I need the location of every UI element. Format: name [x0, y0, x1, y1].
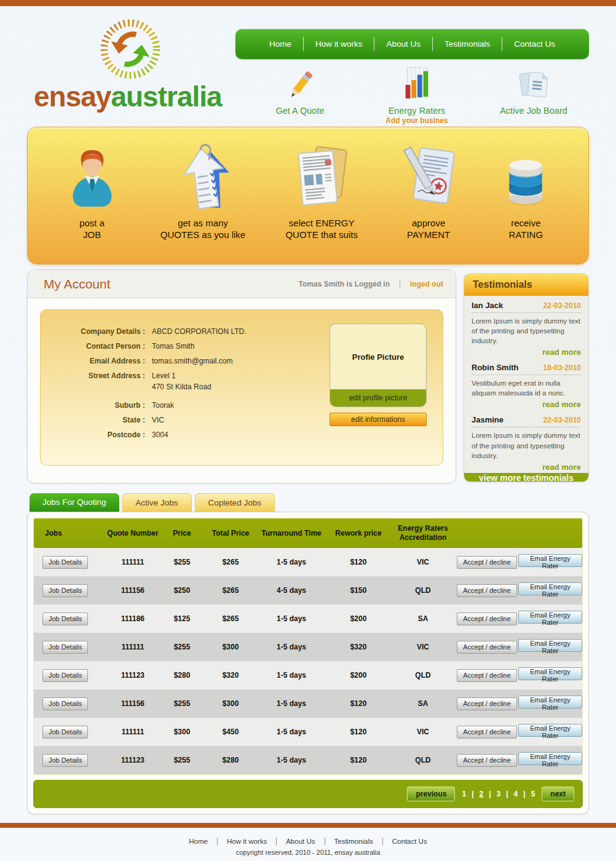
quote-number-cell: 111156 [106, 699, 159, 708]
email-energy-rater-button[interactable]: Email Energy Rater [518, 667, 582, 680]
accreditation-cell: SA [390, 699, 456, 708]
quick-link-label: Active Job Board [500, 106, 567, 116]
read-more-link[interactable]: read more [472, 462, 581, 472]
newspaper-icon [291, 141, 352, 216]
accept-decline-cell: Accept / decline [456, 584, 518, 597]
read-more-link[interactable]: read more [472, 347, 581, 357]
column-header-rework-price: Rework price [326, 529, 390, 538]
pagination-next-button[interactable]: next [542, 787, 574, 801]
account-field-row: Postcode : 3004 [41, 429, 443, 440]
email-energy-rater-button[interactable]: Email Energy Rater [518, 611, 582, 624]
quick-link-get-a-quote[interactable]: Get A Quote [245, 63, 355, 125]
tab-active-jobs[interactable]: Active Jobs [122, 493, 192, 512]
tab-jobs-for-quoting[interactable]: Jobs For Quoting [30, 493, 119, 512]
email-rater-cell: Email Energy Rater [518, 611, 582, 627]
nav-item[interactable]: About Us [374, 37, 432, 51]
accreditation-cell: VIC [390, 643, 456, 651]
testimonial-text: Vestibulum eget erat in nulla aliquam ma… [472, 378, 581, 398]
email-energy-rater-button[interactable]: Email Energy Rater [518, 582, 582, 595]
accreditation-cell: QLD [390, 586, 456, 595]
nav-item[interactable]: How it works [303, 37, 374, 51]
quote-number-cell: 111123 [106, 756, 159, 764]
page-separator: | [489, 790, 491, 798]
accept-decline-button[interactable]: Accept / decline [457, 641, 517, 654]
footer-links: Home How it works About Us Testimonials … [0, 838, 616, 845]
table-row: Job Details 111123 $280 $320 1-5 days $2… [34, 661, 582, 689]
footer-link[interactable]: Home [180, 838, 217, 845]
view-more-testimonials-button[interactable]: view more testimonials [464, 473, 588, 482]
accept-decline-button[interactable]: Accept / decline [457, 697, 517, 710]
field-label: Email Address : [41, 355, 145, 367]
tab-completed-jobs[interactable]: Copleted Jobs [195, 493, 275, 512]
person-icon [64, 141, 120, 216]
table-header-row: Jobs Quote Number Price Total Price Turn… [34, 518, 582, 548]
quick-link-active-job-board[interactable]: Active Job Board [478, 63, 589, 125]
logo-sun-arrows-icon [98, 17, 162, 81]
job-details-button[interactable]: Job Details [42, 556, 88, 569]
job-details-button[interactable]: Job Details [42, 754, 88, 767]
email-energy-rater-button[interactable]: Email Energy Rater [518, 696, 582, 708]
field-label: State : [41, 415, 145, 426]
read-more-link[interactable]: read more [472, 400, 581, 409]
table-row: Job Details 111123 $255 $280 1-5 days $1… [34, 746, 582, 774]
job-details-button[interactable]: Job Details [42, 726, 88, 739]
email-rater-cell: Email Energy Rater [518, 696, 582, 712]
accept-decline-button[interactable]: Accept / decline [457, 584, 517, 597]
quick-link-energy-raters[interactable]: Energy Raters Add your busines [361, 63, 472, 125]
page-separator: | [523, 790, 525, 798]
footer-link[interactable]: Testimonials [325, 838, 382, 845]
page-number[interactable]: 3 [497, 790, 501, 798]
pen-document-icon [398, 141, 459, 216]
accept-decline-button[interactable]: Accept / decline [457, 754, 517, 767]
accept-decline-button[interactable]: Accept / decline [457, 669, 517, 682]
my-account-panel: My Account Tomas Smith is Logged in loge… [27, 269, 456, 483]
step-caption: approvePAYMENT [407, 217, 450, 241]
price-cell: $255 [159, 643, 205, 651]
header: ensayaustralia Home How it works About U… [0, 6, 616, 124]
page-number[interactable]: 1 [462, 790, 466, 798]
email-rater-cell: Email Energy Rater [518, 667, 582, 683]
field-value: ABCD CORPORATION LTD. [152, 326, 247, 337]
nav-item[interactable]: Testimonials [432, 37, 502, 51]
job-details-button[interactable]: Job Details [42, 613, 88, 625]
rework-price-cell: $120 [326, 699, 390, 708]
pagination-page-item: | 2 [466, 790, 483, 798]
page-number[interactable]: 5 [531, 790, 535, 798]
job-details-button[interactable]: Job Details [42, 669, 88, 682]
column-header-quote-number: Quote Number [106, 529, 159, 538]
field-label: Company Details : [41, 326, 145, 337]
nav-item[interactable]: Home [258, 37, 303, 51]
logout-link[interactable]: loged out [400, 280, 443, 288]
email-energy-rater-button[interactable]: Email Energy Rater [518, 724, 582, 737]
edit-profile-picture-button[interactable]: edit profile picture [330, 389, 426, 407]
accept-decline-button[interactable]: Accept / decline [457, 556, 517, 569]
accept-decline-button[interactable]: Accept / decline [457, 613, 517, 625]
testimonial-name: Ian Jack [472, 301, 503, 310]
step-get-quotes: get as manyQUOTES as you like [160, 141, 245, 241]
email-energy-rater-button[interactable]: Email Energy Rater [518, 752, 582, 765]
email-energy-rater-button[interactable]: Email Energy Rater [518, 639, 582, 652]
job-details-button[interactable]: Job Details [42, 584, 88, 597]
testimonial-date: 22-03-2010 [543, 301, 581, 310]
accept-decline-button[interactable]: Accept / decline [457, 726, 517, 739]
edit-informations-button[interactable]: edit informations [330, 413, 427, 426]
turnaround-cell: 1-5 days [256, 699, 326, 708]
pagination-previous-button[interactable]: previous [407, 787, 455, 801]
logo[interactable]: ensayaustralia [34, 17, 237, 111]
footer-link[interactable]: How it works [217, 838, 276, 845]
footer-link[interactable]: About Us [276, 838, 324, 845]
email-energy-rater-button[interactable]: Email Energy Rater [518, 554, 582, 567]
testimonial-date: 22-03-2010 [543, 416, 581, 424]
pagination-bar: previous | 1 | 2 | 3 | 4 [33, 780, 583, 808]
footer-link[interactable]: Contact Us [382, 838, 436, 845]
turnaround-cell: 1-5 days [256, 728, 326, 736]
price-cell: $255 [159, 558, 205, 566]
job-details-button[interactable]: Job Details [42, 641, 88, 654]
job-details-button[interactable]: Job Details [42, 697, 88, 710]
quote-number-cell: 111156 [106, 586, 159, 595]
column-header-jobs: Jobs [34, 529, 106, 538]
nav-item[interactable]: Contact Us [502, 37, 567, 51]
page-number[interactable]: 2 [479, 790, 483, 798]
page-number[interactable]: 4 [514, 790, 518, 798]
job-details-cell: Job Details [34, 669, 106, 682]
